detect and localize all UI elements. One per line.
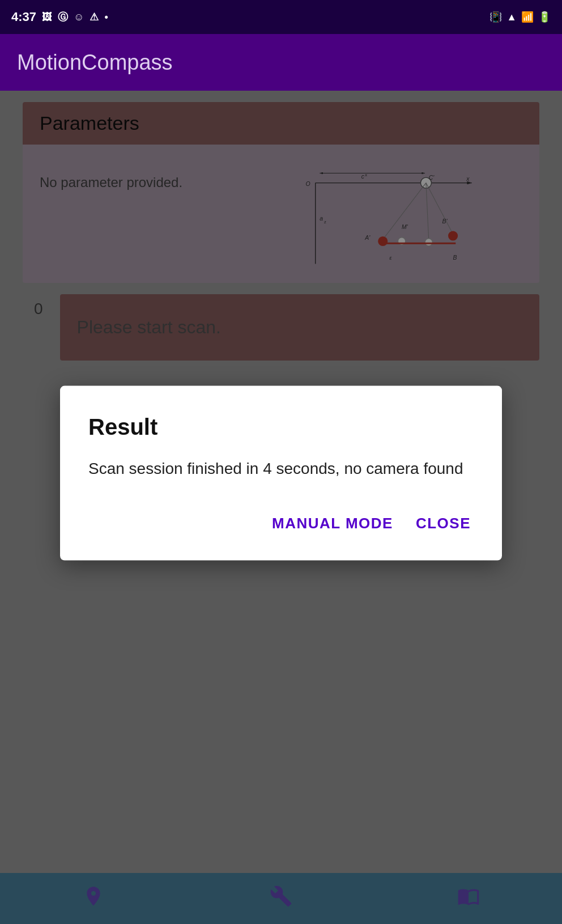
reader-nav-icon[interactable] [457, 885, 480, 913]
close-button[interactable]: CLOSE [413, 509, 474, 538]
smiley-icon: ☺ [74, 11, 84, 23]
dialog-title: Result [88, 414, 474, 440]
app-bar: MotionCompass [0, 34, 562, 91]
signal-icon: 📶 [521, 11, 534, 23]
main-content: Parameters No parameter provided. c x x … [0, 91, 562, 873]
photo-icon: 🖼 [42, 11, 52, 23]
dot-icon: • [104, 11, 108, 23]
dialog-actions: MANUAL MODE CLOSE [88, 509, 474, 538]
bottom-nav [0, 873, 562, 924]
dialog-message: Scan session finished in 4 seconds, no c… [88, 457, 474, 481]
g-icon: Ⓖ [58, 10, 68, 24]
vibrate-icon: 📳 [489, 11, 502, 23]
wrench-nav-icon[interactable] [270, 885, 292, 913]
status-bar: 4:37 🖼 Ⓖ ☺ ⚠ • 📳 ▲ 📶 🔋 [0, 0, 562, 34]
warning-icon: ⚠ [90, 11, 99, 23]
app-title: MotionCompass [17, 50, 173, 75]
wifi-icon: ▲ [506, 11, 517, 23]
location-nav-icon[interactable] [82, 885, 105, 913]
result-dialog: Result Scan session finished in 4 second… [60, 386, 502, 561]
manual-mode-button[interactable]: MANUAL MODE [269, 509, 396, 538]
status-bar-left: 4:37 🖼 Ⓖ ☺ ⚠ • [11, 10, 108, 24]
battery-icon: 🔋 [538, 11, 551, 23]
status-bar-right: 📳 ▲ 📶 🔋 [489, 11, 551, 23]
time-display: 4:37 [11, 10, 36, 24]
